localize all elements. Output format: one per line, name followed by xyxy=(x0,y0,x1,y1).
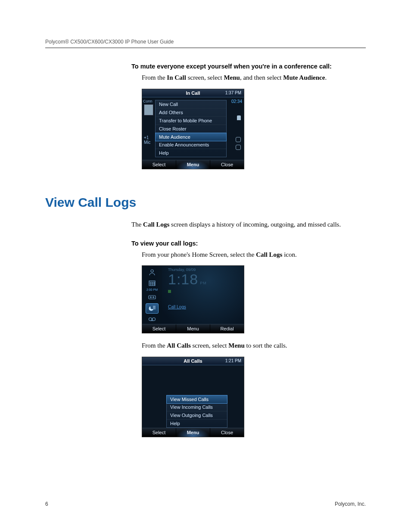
bold-all-calls: All Calls xyxy=(167,342,190,349)
main-content-2: The Call Logs screen displays a history … xyxy=(131,220,366,437)
phone-titlebar: All Calls 1:21 PM xyxy=(142,357,244,365)
svg-point-13 xyxy=(149,318,152,321)
svg-rect-7 xyxy=(149,296,156,299)
home-presence-line xyxy=(168,290,171,293)
calendar-icon[interactable] xyxy=(146,278,158,288)
text: Conn xyxy=(143,99,153,103)
page-footer: 6 Polycom, Inc. xyxy=(45,501,366,507)
menu-item-mute-audience[interactable]: Mute Audience xyxy=(155,133,227,141)
paragraph-all-calls-sort: From the All Calls screen, select Menu t… xyxy=(142,341,366,351)
bold-mute-audience: Mute Audience xyxy=(283,74,325,81)
menu-item-transfer-to-mobile[interactable]: Transfer to Mobile Phone xyxy=(156,117,226,125)
softkey-close[interactable]: Close xyxy=(210,160,244,169)
phone-body: Conn +1 Mic 02:34 New Call Add Others Tr… xyxy=(142,97,244,160)
softkey-menu[interactable]: Menu xyxy=(176,324,210,333)
softkey-menu[interactable]: Menu xyxy=(176,428,210,437)
bold-menu-2: Menu xyxy=(228,342,245,349)
text: screen, select xyxy=(191,342,228,349)
phone-icon xyxy=(236,145,241,150)
bold-in-call: In Call xyxy=(167,74,186,81)
heading-view-call-logs: View Call Logs xyxy=(45,195,366,210)
phone-title: All Calls xyxy=(184,358,202,364)
softkey-bar: Select Menu Redial xyxy=(142,324,244,333)
home-time: 1:18 PM xyxy=(168,271,207,288)
time-ampm: PM xyxy=(200,281,207,285)
phone-icon xyxy=(236,137,241,142)
svg-point-8 xyxy=(150,297,152,298)
phone-title: In Call xyxy=(186,90,200,96)
phone-clock: 1:21 PM xyxy=(225,358,241,363)
softkey-menu[interactable]: Menu xyxy=(176,160,210,169)
text: , and then select xyxy=(240,74,283,81)
softkey-select[interactable]: Select xyxy=(142,160,176,169)
screenshot-all-calls-menu: All Calls 1:21 PM View Missed Calls View… xyxy=(142,357,244,437)
softkey-select[interactable]: Select xyxy=(142,428,176,437)
menu-item-view-incoming-calls[interactable]: View Incoming Calls xyxy=(167,403,227,411)
context-menu: View Missed Calls View Incoming Calls Vi… xyxy=(166,395,227,428)
running-head: Polycom® CX500/CX600/CX3000 IP Phone Use… xyxy=(45,39,366,48)
svg-point-9 xyxy=(153,297,154,298)
page: Polycom® CX500/CX600/CX3000 IP Phone Use… xyxy=(0,0,411,532)
menu-item-add-others[interactable]: Add Others xyxy=(156,109,226,117)
presence-square-icon xyxy=(168,290,171,293)
calendar-time-label: 2:00 PM xyxy=(146,288,158,292)
softkey-redial[interactable]: Redial xyxy=(210,324,244,333)
phone-body: 2:00 PM Thursday, 09/09 1:18 PM xyxy=(142,266,244,324)
text: From the xyxy=(142,74,167,81)
text: to sort the calls. xyxy=(245,342,287,349)
context-menu: New Call Add Others Transfer to Mobile P… xyxy=(155,100,227,157)
subheading-view-call-logs: To view your call logs: xyxy=(131,240,366,247)
svg-point-0 xyxy=(151,270,153,272)
phone-clock: 1:37 PM xyxy=(225,90,241,95)
menu-item-new-call[interactable]: New Call xyxy=(156,100,226,109)
voicemail-icon[interactable] xyxy=(146,315,158,324)
paragraph-select-call-logs-icon: From your phone's Home Screen, select th… xyxy=(142,250,366,260)
softkey-bar: Select Menu Close xyxy=(142,160,244,169)
text: From the xyxy=(142,342,167,349)
text: Mic xyxy=(144,140,151,145)
bg-participant-label: +1 Mic xyxy=(144,135,151,145)
text: From your phone's Home Screen, select th… xyxy=(142,251,256,258)
text: +1 xyxy=(144,135,151,140)
text: screen, select xyxy=(186,74,224,81)
bg-connection-label: Conn xyxy=(143,99,154,116)
menu-item-view-missed-calls[interactable]: View Missed Calls xyxy=(166,395,227,404)
home-sidebar: 2:00 PM xyxy=(142,266,162,324)
time-value: 1:18 xyxy=(168,271,198,288)
avatar-icon xyxy=(144,104,153,115)
text: screen displays a history of incoming, o… xyxy=(169,221,341,228)
bold-menu: Menu xyxy=(224,74,240,81)
voicemail-list-icon[interactable] xyxy=(146,292,158,302)
softkey-select[interactable]: Select xyxy=(142,324,176,333)
bold-call-logs-2: Call Logs xyxy=(256,251,282,258)
phone-titlebar: In Call 1:37 PM xyxy=(142,89,244,97)
call-logs-icon[interactable] xyxy=(146,303,159,314)
home-selection-hint: Call Logs xyxy=(168,305,186,309)
menu-item-help[interactable]: Help xyxy=(167,420,227,427)
text: . xyxy=(325,74,327,81)
company-name: Polycom, Inc. xyxy=(335,501,366,507)
menu-item-view-outgoing-calls[interactable]: View Outgoing Calls xyxy=(167,411,227,420)
contacts-icon[interactable] xyxy=(146,268,158,277)
svg-point-14 xyxy=(153,318,156,321)
menu-item-help[interactable]: Help xyxy=(156,149,226,157)
softkey-bar: Select Menu Close xyxy=(142,428,244,437)
text: icon. xyxy=(282,251,296,258)
bold-call-logs: Call Logs xyxy=(143,221,169,228)
paragraph-mute-audience: From the In Call screen, select Menu, an… xyxy=(142,73,366,83)
page-number: 6 xyxy=(45,501,48,507)
paragraph-call-logs-intro: The Call Logs screen displays a history … xyxy=(131,220,366,230)
lock-icon xyxy=(237,115,241,120)
screenshot-home-screen: 2:00 PM Thursday, 09/09 1:18 PM xyxy=(142,265,244,333)
screenshot-in-call-menu: In Call 1:37 PM Conn +1 Mic 02:34 New Ca… xyxy=(142,89,244,169)
text: The xyxy=(131,221,143,228)
menu-item-enable-announcements[interactable]: Enable Announcements xyxy=(156,141,226,149)
subheading-mute-audience: To mute everyone except yourself when yo… xyxy=(131,63,366,70)
main-content: To mute everyone except yourself when yo… xyxy=(131,63,366,169)
call-duration: 02:34 xyxy=(231,99,242,104)
softkey-close[interactable]: Close xyxy=(210,428,244,437)
phone-body: View Missed Calls View Incoming Calls Vi… xyxy=(142,365,244,428)
menu-item-close-roster[interactable]: Close Roster xyxy=(156,125,226,133)
